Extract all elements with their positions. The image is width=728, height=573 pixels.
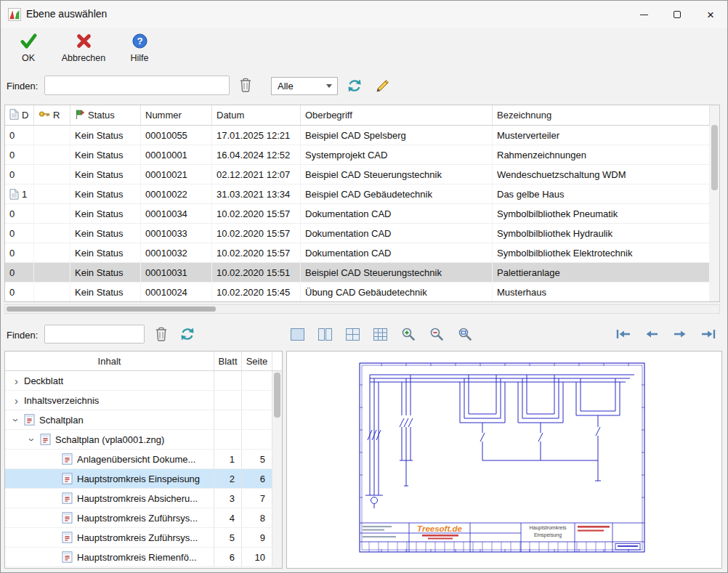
tree-item-label-cell: Hauptstromkreis Zuführsys... [5, 508, 214, 527]
tree-item[interactable]: Hauptstromkreis Zuführsys...48 [5, 508, 282, 528]
schematic-preview-pane[interactable]: Treesoft.de Hauptstromkreis Einspeisung [286, 351, 722, 569]
cell-nummer: 00010033 [141, 224, 212, 243]
find-input[interactable] [44, 76, 230, 95]
titlebar[interactable]: Ebene auswählen × [1, 1, 727, 28]
table-row[interactable]: 0Kein Status0001002102.12.2021 12:07Beis… [5, 165, 719, 184]
magnifier-minus-icon [429, 326, 445, 342]
scrollbar-thumb[interactable] [7, 306, 216, 312]
close-icon: × [707, 9, 714, 21]
cell-oberbegriff: Übung CAD Gebäudetechnik [301, 283, 493, 301]
view-grid-3x3-button[interactable] [373, 328, 388, 341]
cell-bezeichnung: Musterhaus [493, 283, 710, 301]
column-header-bezeichnung[interactable]: Bezeichnung [493, 105, 710, 125]
table-row[interactable]: 0Kein Status0001005517.01.2025 12:21Beis… [5, 126, 719, 145]
column-header-nummer[interactable]: Nummer [141, 105, 212, 125]
cell-r [34, 283, 70, 301]
tree-item-label-cell: ›Deckblatt [5, 371, 214, 390]
table-row[interactable]: 0Kein Status0001003410.02.2020 15:57Doku… [5, 204, 719, 224]
cell-d: 0 [5, 224, 34, 243]
clear-find-button[interactable] [238, 77, 253, 93]
titleblock-line2: Einspeisung [534, 532, 562, 538]
tree-item[interactable]: Hauptstromkreis Absicheru...37 [5, 489, 282, 508]
scrollbar-thumb[interactable] [274, 373, 280, 418]
tree-item-blatt: 5 [214, 528, 242, 547]
next-page-button[interactable] [671, 327, 689, 341]
chevron-collapsed-icon[interactable]: › [11, 375, 22, 386]
chevron-expanded-icon[interactable]: › [11, 415, 22, 426]
titleblock-line1: Hauptstromkreis [530, 525, 567, 531]
table-row[interactable]: 0Kein Status0001000116.04.2024 12:52Syst… [5, 145, 719, 165]
tree-header-inhalt[interactable]: Inhalt [5, 351, 214, 370]
table-row[interactable]: 0Kein Status0001002410.02.2020 15:45Übun… [5, 283, 719, 302]
edit-button[interactable] [375, 78, 391, 94]
refresh-button[interactable] [347, 78, 363, 94]
maximize-icon [674, 11, 681, 18]
column-header-status-label: Status [88, 110, 115, 121]
column-header-d[interactable]: D [5, 105, 34, 125]
cell-nummer: 00010055 [141, 126, 212, 145]
tree-vertical-scrollbar[interactable] [272, 371, 282, 568]
close-button[interactable]: × [694, 1, 727, 28]
zoom-out-button[interactable] [429, 326, 445, 342]
tree-item-seite: 8 [242, 508, 272, 527]
view-single-page-button[interactable] [290, 328, 305, 341]
cell-oberbegriff: Dokumentation CAD [301, 204, 493, 223]
last-page-button[interactable] [700, 327, 717, 341]
tree-item[interactable]: ›Deckblatt [5, 371, 282, 391]
tree-item[interactable]: ›Schaltplan [5, 410, 282, 430]
maximize-button[interactable] [660, 1, 694, 28]
table-row[interactable]: 1Kein Status0001002231.03.2021 13:34Beis… [5, 184, 719, 204]
tree-item[interactable]: ›Schaltplan (vpla0001.zng) [5, 430, 282, 450]
clear-find-bottom-button[interactable] [154, 326, 169, 342]
table-horizontal-scrollbar[interactable] [4, 304, 720, 314]
tree-body: ›Deckblatt›Inhaltsverzeichnis›Schaltplan… [5, 371, 282, 567]
tree-item[interactable]: ›Inhaltsverzeichnis [5, 391, 282, 410]
column-header-r[interactable]: R [34, 105, 70, 125]
minimize-button[interactable] [627, 1, 660, 28]
cell-bezeichnung: Symbolbilbliothek Elektrotechnik [493, 243, 710, 262]
table-row[interactable]: 0Kein Status0001003110.02.2020 15:51Beis… [5, 263, 719, 283]
tree-header-blatt[interactable]: Blatt [214, 351, 242, 370]
cell-d: 0 [5, 145, 34, 164]
tree-item-label-cell: Hauptstromkreis Riemenfö... [5, 548, 214, 566]
tree-header-seite[interactable]: Seite [242, 351, 272, 370]
table-row[interactable]: 0Kein Status0001003310.02.2020 15:57Doku… [5, 224, 719, 243]
filter-dropdown[interactable]: Alle [271, 77, 338, 95]
view-two-pages-button[interactable] [318, 328, 333, 341]
tree-item-seite [242, 391, 272, 410]
previous-page-button[interactable] [643, 327, 660, 341]
trash-icon [154, 326, 169, 342]
tree-item[interactable]: Anlagenübersicht Dokume...15 [5, 450, 282, 469]
cancel-button[interactable]: Abbrechen [56, 33, 111, 63]
tree-item-seite: 9 [242, 528, 272, 547]
first-page-button[interactable] [615, 327, 632, 341]
find-input-bottom[interactable] [44, 325, 145, 344]
tree-item[interactable]: Hauptstromkreis Einspeisung26 [5, 469, 282, 489]
table-row[interactable]: 0Kein Status0001003210.02.2020 15:57Doku… [5, 243, 719, 263]
chevron-expanded-icon[interactable]: › [27, 434, 38, 445]
view-grid-2x2-button[interactable] [345, 328, 360, 341]
zoom-selection-button[interactable] [457, 326, 473, 342]
first-page-icon [615, 327, 632, 341]
scrollbar-thumb[interactable] [711, 125, 718, 190]
column-header-status[interactable]: Status [70, 105, 141, 125]
tree-item[interactable]: Hauptstromkreis Riemenfö...610 [5, 548, 282, 567]
refresh-bottom-button[interactable] [179, 326, 195, 342]
last-page-icon [700, 327, 717, 341]
cell-nummer: 00010022 [141, 184, 212, 203]
chevron-collapsed-icon[interactable]: › [11, 395, 22, 406]
tree-item-seite: 10 [242, 548, 272, 566]
cell-bezeichnung: Wendeschuetzschaltung WDM [493, 165, 710, 184]
column-header-oberbegriff[interactable]: Oberbegriff [301, 105, 493, 125]
red-x-icon [76, 33, 92, 52]
table-vertical-scrollbar[interactable] [710, 105, 719, 301]
cell-datum: 31.03.2021 13:34 [212, 184, 301, 203]
app-icon [8, 8, 21, 21]
column-header-datum[interactable]: Datum [212, 105, 301, 125]
ok-button[interactable]: OK [9, 33, 47, 63]
tree-item[interactable]: Hauptstromkreis Zuführsys...59 [5, 528, 282, 548]
help-button[interactable]: ? Hilfe [118, 33, 161, 63]
sheet-icon [62, 512, 73, 524]
zoom-in-button[interactable] [400, 326, 416, 342]
preview-brand-text: Treesoft.de [417, 524, 462, 533]
